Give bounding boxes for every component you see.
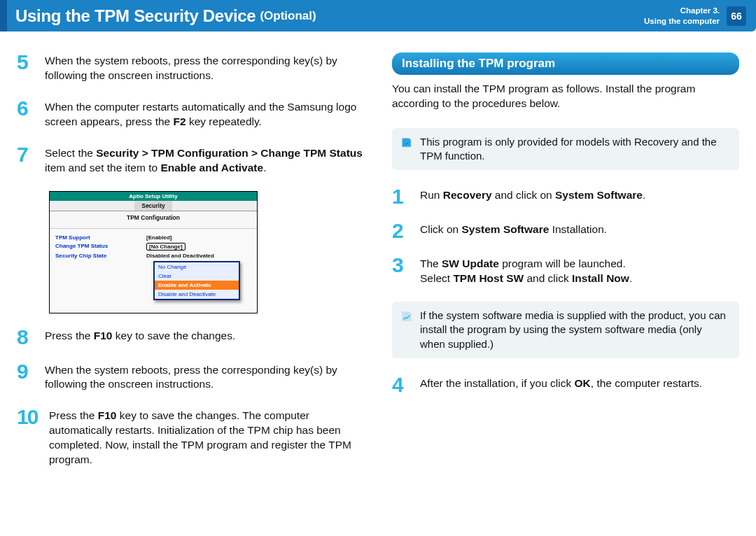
header-right: Chapter 3. Using the computer 66 [644,6,746,26]
bios-body: TPM Support [Enabled] Change TPM Status … [50,229,257,313]
bios-row-change-status: Change TPM Status [No Change] [55,243,251,251]
page-title: Using the TPM Security Device [15,6,255,26]
chapter-line2: Using the computer [644,16,720,26]
bios-opt-clear: Clear [155,271,239,281]
chapter-label: Chapter 3. Using the computer [644,6,720,26]
step-5-text: When the system reboots, press the corre… [45,52,364,83]
r-step-1: 1 Run Recovery and click on System Softw… [392,187,739,206]
note-1-text: This program is only provided for models… [420,136,717,162]
step-6: 6 When the computer restarts automatical… [17,99,364,129]
step-8: 8 Press the F10 key to save the changes. [17,327,364,346]
left-column: 5 When the system reboots, press the cor… [17,52,364,483]
bios-opt-enable: Enable and Activate [155,281,239,290]
header-accent [0,0,7,31]
step-10: 10 Press the F10 key to save the changes… [17,407,364,467]
right-column: Installing the TPM program You can insta… [392,52,739,483]
r-step-3-text: The SW Update program will be launched. … [420,255,632,286]
bios-dropdown: No Change Clear Enable and Activate Disa… [153,261,240,300]
r-step-1-text: Run Recovery and click on System Softwar… [420,187,645,206]
note-icon [400,136,413,149]
r-step-3: 3 The SW Update program will be launched… [392,255,739,286]
content: 5 When the system reboots, press the cor… [0,31,756,497]
note-2: If the system software media is supplied… [392,302,739,358]
bios-subheading: TPM Configuration [50,211,257,229]
note-icon [400,310,413,323]
bios-row-chip-state: Security Chip State Disabled and Deactiv… [55,253,251,259]
bios-tab-security: Security [134,201,172,211]
bios-opt-disable: Disable and Deactivate [155,290,239,299]
step-5: 5 When the system reboots, press the cor… [17,52,364,83]
page-number: 66 [727,6,746,26]
step-10-text: Press the F10 key to save the changes. T… [49,407,364,467]
r-step-2: 2 Click on System Software Installation. [392,221,739,240]
step-6-text: When the computer restarts automatically… [45,99,364,129]
step-7: 7 Select the Security > TPM Configuratio… [17,145,364,176]
bios-tabbar: Security [50,201,257,211]
bios-row-tpm-support: TPM Support [Enabled] [55,234,251,241]
step-8-text: Press the F10 key to save the changes. [45,327,235,346]
chapter-line1: Chapter 3. [644,6,720,15]
section-intro: You can install the TPM program as follo… [392,82,739,111]
r-step-2-text: Click on System Software Installation. [420,221,607,240]
section-heading: Installing the TPM program [392,52,739,75]
r-step-4: 4 After the installation, if you click O… [392,375,739,394]
bios-title: Aptio Setup Utility [50,192,257,201]
bios-opt-nochange: No Change [155,262,239,271]
step-9: 9 When the system reboots, press the cor… [17,362,364,393]
note-1: This program is only provided for models… [392,128,739,171]
page-subtitle: (Optional) [260,9,316,23]
step-7-text: Select the Security > TPM Configuration … [45,145,364,176]
r-step-4-text: After the installation, if you click OK,… [420,375,702,394]
note-2-text: If the system software media is supplied… [420,309,726,350]
step-9-text: When the system reboots, press the corre… [45,362,364,393]
bios-screenshot: Aptio Setup Utility Security TPM Configu… [49,191,258,313]
page-header: Using the TPM Security Device (Optional)… [0,0,756,31]
